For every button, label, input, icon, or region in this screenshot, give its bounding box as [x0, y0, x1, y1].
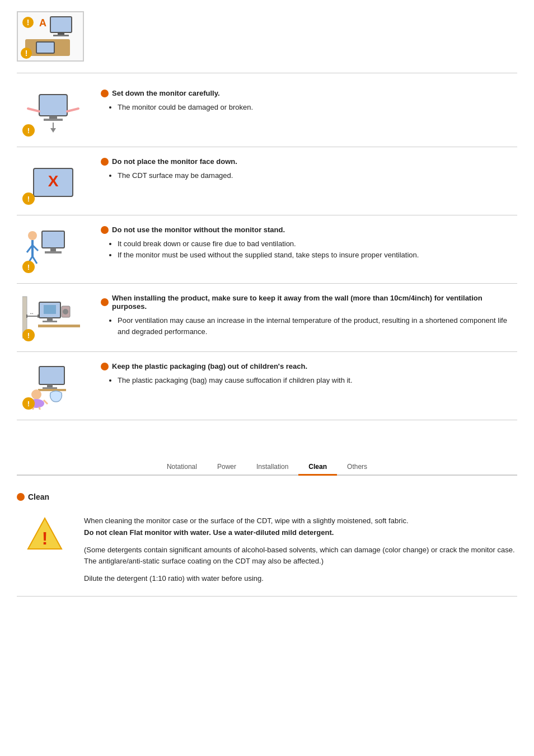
- svg-rect-35: [43, 321, 57, 322]
- svg-rect-34: [47, 318, 53, 321]
- nav-item-installation[interactable]: Installation: [246, 459, 298, 476]
- svg-rect-42: [43, 387, 57, 389]
- clean-warning-image: !: [17, 515, 73, 555]
- svg-rect-38: [38, 325, 80, 327]
- svg-point-37: [63, 309, 68, 314]
- svg-line-13: [28, 109, 39, 111]
- nav-item-notational[interactable]: Notational: [157, 459, 207, 476]
- clean-text-content: When cleaning the monitor case or the su…: [84, 515, 517, 590]
- svg-rect-33: [44, 305, 56, 314]
- clean-section: Clean ! When cleaning the monitor case o…: [17, 484, 517, 605]
- instruction-title-set-down: Set down the monitor carefully.: [101, 89, 512, 97]
- clean-content-row: ! When cleaning the monitor case or the …: [17, 510, 517, 597]
- orange-dot-4: [101, 298, 109, 306]
- svg-rect-40: [39, 367, 64, 384]
- svg-text:X: X: [48, 172, 59, 190]
- svg-point-22: [28, 231, 37, 240]
- clean-para-2: (Some detergents contain significant amo…: [84, 544, 517, 568]
- svg-line-49: [39, 407, 40, 410]
- exclaim-badge-4: !: [22, 329, 35, 341]
- nav-item-clean[interactable]: Clean: [298, 459, 337, 476]
- instruction-content-plastic-bag: Keep the plastic packaging (bag) out of …: [101, 362, 517, 386]
- clean-section-title: Clean: [17, 492, 517, 501]
- nav-item-power[interactable]: Power: [207, 459, 246, 476]
- svg-rect-43: [38, 389, 66, 391]
- svg-rect-41: [47, 384, 53, 387]
- svg-text:!: !: [27, 18, 30, 27]
- orange-dot-5: [101, 363, 109, 370]
- instruction-list-set-down: The monitor could be damaged or broken.: [101, 102, 512, 113]
- svg-rect-19: [42, 231, 64, 248]
- header-logo-area: ! A !: [17, 11, 517, 62]
- svg-text:!: !: [25, 49, 28, 58]
- clean-bold-line: Do not clean Flat monitor with water. Us…: [84, 528, 334, 537]
- orange-dot-2: [101, 158, 109, 166]
- svg-rect-21: [45, 251, 62, 253]
- clean-para-3: Dilute the detergent (1:10 ratio) with w…: [84, 573, 517, 585]
- orange-dot-3: [101, 226, 109, 234]
- instruction-content-no-stand: Do not use the monitor without the monit…: [101, 226, 517, 260]
- instruction-list-plastic-bag: The plastic packaging (bag) may cause su…: [101, 375, 512, 386]
- svg-point-44: [31, 389, 41, 400]
- instruction-title-face-down: Do not place the monitor face down.: [101, 157, 512, 166]
- svg-rect-7: [36, 42, 54, 53]
- svg-line-14: [67, 109, 78, 111]
- svg-text:↔: ↔: [29, 311, 34, 316]
- instruction-image-no-stand: !: [17, 226, 90, 273]
- orange-dot-1: [101, 90, 109, 97]
- instruction-image-plastic-bag: !: [17, 362, 90, 410]
- instruction-list-ventilation: Poor ventilation may cause an increase i…: [101, 315, 512, 337]
- exclaim-badge-2: !: [22, 192, 35, 205]
- instruction-row-plastic-bag: ! Keep the plastic packaging (bag) out o…: [17, 352, 517, 420]
- instruction-row-face-down: X ! Do not place the monitor face down. …: [17, 147, 517, 215]
- instruction-image-face-down: X !: [17, 157, 90, 205]
- instruction-image-set-down: !: [17, 89, 90, 137]
- svg-rect-20: [50, 248, 56, 251]
- instruction-row-set-down: ! Set down the monitor carefully. The mo…: [17, 79, 517, 147]
- svg-rect-11: [49, 116, 57, 119]
- svg-text:!: !: [42, 528, 48, 548]
- instruction-content-ventilation: When installing the product, make sure t…: [101, 294, 517, 337]
- exclaim-badge-5: !: [22, 397, 35, 410]
- instruction-title-no-stand: Do not use the monitor without the monit…: [101, 226, 512, 234]
- instruction-image-ventilation: ↔ !: [17, 294, 90, 341]
- header-divider: [17, 73, 517, 73]
- instruction-list-face-down: The CDT surface may be damaged.: [101, 170, 512, 181]
- spacer: [17, 420, 517, 443]
- instruction-row-ventilation: ↔ ! When installing the product, make su…: [17, 284, 517, 352]
- navigation-bar: Notational Power Installation Clean Othe…: [17, 459, 517, 476]
- clean-para-1: When cleaning the monitor case or the su…: [84, 515, 517, 539]
- logo-box: ! A !: [17, 11, 84, 62]
- exclaim-badge-3: !: [22, 261, 35, 273]
- nav-item-others[interactable]: Others: [337, 459, 377, 476]
- svg-line-47: [44, 400, 48, 404]
- clean-orange-dot: [17, 493, 25, 501]
- instruction-list-no-stand: It could break down or cause fire due to…: [101, 238, 512, 260]
- svg-rect-10: [39, 95, 67, 116]
- svg-text:A: A: [39, 17, 46, 29]
- exclaim-badge-1: !: [22, 124, 35, 137]
- instruction-title-ventilation: When installing the product, make sure t…: [101, 294, 512, 311]
- svg-marker-16: [50, 128, 56, 133]
- svg-rect-4: [58, 32, 64, 35]
- svg-rect-5: [53, 35, 69, 36]
- instruction-content-face-down: Do not place the monitor face down. The …: [101, 157, 517, 181]
- instruction-content-set-down: Set down the monitor carefully. The moni…: [101, 89, 517, 113]
- instruction-row-no-stand: ! Do not use the monitor without the mon…: [17, 215, 517, 284]
- svg-rect-3: [50, 17, 72, 32]
- page-container: ! A !: [0, 0, 534, 616]
- instruction-title-plastic-bag: Keep the plastic packaging (bag) out of …: [101, 362, 512, 370]
- svg-rect-12: [44, 119, 63, 121]
